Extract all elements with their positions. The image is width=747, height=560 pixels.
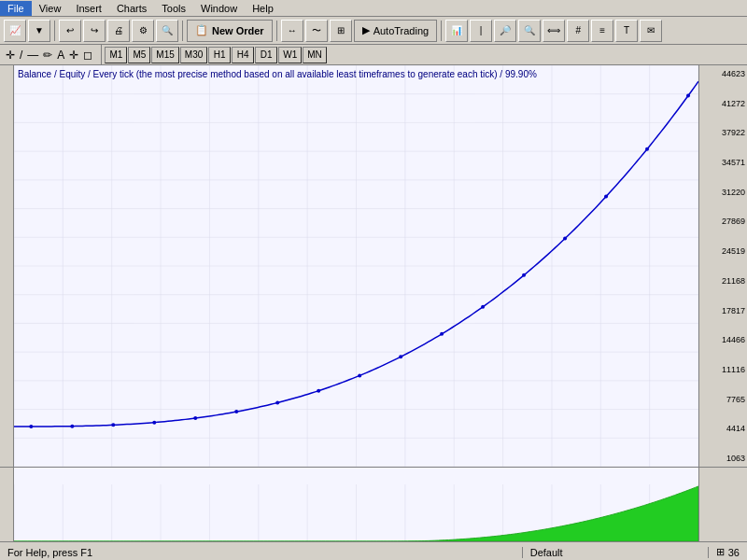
y-label-3: 34571 [701,158,745,167]
menu-insert[interactable]: Insert [68,1,109,16]
chart-main[interactable]: Balance / Equity / Every tick (the most … [14,65,698,467]
settings-btn[interactable]: ⊞ [330,20,352,42]
y-label-1: 41272 [701,99,745,108]
tf-m30[interactable]: M30 [180,47,207,63]
print-btn[interactable]: 🖨 [107,20,130,42]
chart-container: Balance / Equity / Every tick (the most … [0,65,747,467]
tf-d1[interactable]: D1 [255,47,277,63]
toolbar-sep-3 [276,21,277,41]
undo-btn[interactable]: ↩ [59,20,81,42]
main-toolbar: 📈 ▼ ↩ ↪ 🖨 ⚙ 🔍 📋 New Order ↔ 〜 ⊞ ▶ AutoTr… [0,17,747,45]
mag-btn[interactable]: 🔎 [494,20,516,42]
tf-m5[interactable]: M5 [128,47,150,63]
bar-btn[interactable]: | [470,20,492,42]
y-label-6: 24519 [701,246,745,256]
menu-window[interactable]: Window [193,1,245,16]
subchart-container: Size [0,467,747,541]
line-icon[interactable]: — [25,47,40,63]
subchart-left [0,468,14,541]
tf-sep-1 [101,45,102,65]
y-label-5: 27869 [701,217,745,226]
toolbar-sep-2 [182,21,183,41]
toolbar-sep-4 [441,21,442,41]
wave-btn[interactable]: 〜 [305,20,328,42]
menu-help[interactable]: Help [245,1,281,16]
menu-tools[interactable]: Tools [154,1,193,16]
msg-btn[interactable]: ✉ [640,20,662,42]
tf-m1[interactable]: M1 [105,47,127,63]
menu-view[interactable]: View [32,1,69,16]
grid-btn[interactable]: # [567,20,589,42]
cursor-icon[interactable]: ✛ [67,47,80,63]
chart-type-btn[interactable]: 📊 [445,20,468,42]
diagonal-icon[interactable]: / [18,47,24,63]
chart-left-panel [0,65,14,467]
y-label-8: 17817 [701,306,745,315]
zoom-value: 36 [728,547,740,558]
properties-btn[interactable]: ⚙ [132,20,154,42]
y-label-12: 4414 [701,424,745,433]
redo-btn[interactable]: ↪ [83,20,106,42]
tf-m15[interactable]: M15 [151,47,178,63]
tf-w1[interactable]: W1 [278,47,302,63]
new-order-label: New Order [212,25,264,36]
crosshair-icon[interactable]: ✛ [4,47,17,63]
draw-icon[interactable]: ✏ [41,47,54,63]
auto-trading-icon: ▶ [362,24,370,36]
auto-trading-label: AutoTrading [374,25,430,36]
status-help: For Help, press F1 [0,547,522,558]
crosshair-tools: ✛ / — ✏ A ✛ ◻ [4,47,94,63]
status-profile: Default [522,547,709,558]
profiles-btn[interactable]: ▼ [28,20,50,42]
statusbar: For Help, press F1 Default ⊞ 36 [0,541,747,560]
main-chart-canvas [14,65,698,467]
y-label-11: 7765 [701,395,745,404]
tf-h4[interactable]: H4 [232,47,254,63]
arrows-btn[interactable]: ↔ [281,20,303,42]
text-icon[interactable]: A [55,47,66,63]
auto-trading-btn[interactable]: ▶ AutoTrading [354,20,438,42]
crosshair-toolbar: ✛ / — ✏ A ✛ ◻ M1 M5 M15 M30 H1 H4 D1 W1 … [0,45,747,65]
shape-icon[interactable]: ◻ [81,47,94,63]
y-label-10: 11116 [701,365,745,374]
menu-file[interactable]: File [0,1,32,16]
new-order-icon: 📋 [195,24,208,36]
subchart-y-axis [698,468,747,541]
menubar: File View Insert Charts Tools Window Hel… [0,0,747,17]
chart-info: Balance / Equity / Every tick (the most … [18,69,537,79]
new-order-btn[interactable]: 📋 New Order [187,20,273,42]
y-label-13: 1063 [701,454,745,463]
new-chart-btn[interactable]: 📈 [4,20,26,42]
toolbar-sep-1 [54,21,55,41]
zoom-in-btn[interactable]: 🔍 [156,20,178,42]
zoom-out-btn[interactable]: 🔍 [518,20,541,42]
y-label-9: 14466 [701,335,745,344]
status-zoom: ⊞ 36 [709,546,747,558]
tf-h1[interactable]: H1 [208,47,231,63]
sub-chart-canvas [14,468,698,541]
vol-btn[interactable]: ≡ [591,20,613,42]
zoom-icon: ⊞ [716,546,725,558]
tf-mn[interactable]: MN [303,47,327,63]
y-label-2: 37922 [701,128,745,137]
chart-y-axis: 44623 41272 37922 34571 31220 27869 2451… [698,65,747,467]
subchart-main[interactable]: Size [14,468,698,541]
y-label-0: 44623 [701,69,745,78]
y-label-7: 21168 [701,276,745,286]
menu-charts[interactable]: Charts [109,1,154,16]
y-label-4: 31220 [701,188,745,197]
tools2-btn[interactable]: T [615,20,638,42]
scroll-btn[interactable]: ⟺ [543,20,565,42]
